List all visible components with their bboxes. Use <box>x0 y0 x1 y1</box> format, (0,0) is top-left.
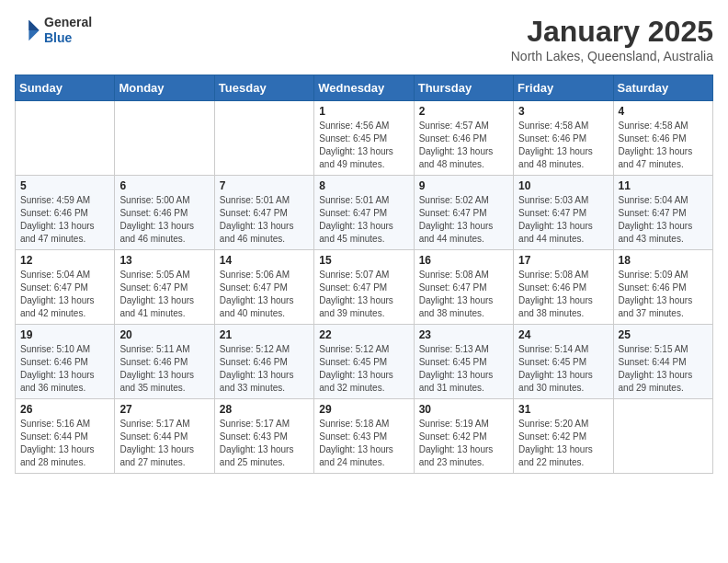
calendar-cell <box>115 101 214 176</box>
day-number: 20 <box>119 328 209 341</box>
day-number: 27 <box>119 403 209 416</box>
day-number: 23 <box>419 328 508 341</box>
page-header: General Blue January 2025 North Lakes, Q… <box>15 15 713 63</box>
day-info: Sunrise: 5:15 AM Sunset: 6:44 PM Dayligh… <box>619 343 708 395</box>
calendar-cell: 25Sunrise: 5:15 AM Sunset: 6:44 PM Dayli… <box>613 325 712 399</box>
title-block: January 2025 North Lakes, Queensland, Au… <box>511 15 713 63</box>
day-info: Sunrise: 5:05 AM Sunset: 6:47 PM Dayligh… <box>119 269 209 320</box>
day-number: 29 <box>319 403 408 416</box>
day-info: Sunrise: 4:57 AM Sunset: 6:46 PM Dayligh… <box>419 120 508 171</box>
calendar-cell: 19Sunrise: 5:10 AM Sunset: 6:46 PM Dayli… <box>16 325 115 399</box>
calendar-cell: 12Sunrise: 5:04 AM Sunset: 6:47 PM Dayli… <box>16 250 115 325</box>
day-number: 9 <box>419 179 508 192</box>
day-number: 30 <box>419 403 508 416</box>
logo-blue-text: Blue <box>44 30 92 46</box>
calendar-cell: 22Sunrise: 5:12 AM Sunset: 6:45 PM Dayli… <box>314 325 414 399</box>
calendar-cell: 10Sunrise: 5:03 AM Sunset: 6:47 PM Dayli… <box>514 176 613 250</box>
day-number: 2 <box>419 105 508 118</box>
day-number: 13 <box>119 254 209 267</box>
day-number: 26 <box>20 403 109 416</box>
logo: General Blue <box>15 15 92 46</box>
day-number: 28 <box>220 403 309 416</box>
day-number: 18 <box>619 254 708 267</box>
day-info: Sunrise: 5:17 AM Sunset: 6:43 PM Dayligh… <box>220 418 309 469</box>
calendar-cell: 30Sunrise: 5:19 AM Sunset: 6:42 PM Dayli… <box>414 399 513 474</box>
day-info: Sunrise: 4:59 AM Sunset: 6:46 PM Dayligh… <box>20 194 109 246</box>
day-number: 31 <box>518 403 608 416</box>
day-info: Sunrise: 5:14 AM Sunset: 6:45 PM Dayligh… <box>518 343 608 395</box>
day-info: Sunrise: 5:10 AM Sunset: 6:46 PM Dayligh… <box>20 343 109 395</box>
day-info: Sunrise: 5:09 AM Sunset: 6:46 PM Dayligh… <box>619 269 708 320</box>
day-number: 17 <box>518 254 608 267</box>
calendar-header-row: SundayMondayTuesdayWednesdayThursdayFrid… <box>16 75 713 101</box>
calendar-cell: 13Sunrise: 5:05 AM Sunset: 6:47 PM Dayli… <box>115 250 214 325</box>
day-info: Sunrise: 5:13 AM Sunset: 6:45 PM Dayligh… <box>419 343 508 395</box>
day-info: Sunrise: 5:16 AM Sunset: 6:44 PM Dayligh… <box>20 418 109 469</box>
day-of-week-header: Saturday <box>613 75 712 101</box>
calendar-cell: 23Sunrise: 5:13 AM Sunset: 6:45 PM Dayli… <box>414 325 513 399</box>
logo-general-text: General <box>44 15 92 30</box>
calendar-cell: 28Sunrise: 5:17 AM Sunset: 6:43 PM Dayli… <box>214 399 313 474</box>
day-number: 16 <box>419 254 508 267</box>
day-info: Sunrise: 5:04 AM Sunset: 6:47 PM Dayligh… <box>20 269 109 320</box>
day-number: 4 <box>619 105 708 118</box>
day-info: Sunrise: 5:02 AM Sunset: 6:47 PM Dayligh… <box>419 194 508 246</box>
day-number: 11 <box>619 179 708 192</box>
calendar-week-row: 1Sunrise: 4:56 AM Sunset: 6:45 PM Daylig… <box>16 101 713 176</box>
calendar-cell: 27Sunrise: 5:17 AM Sunset: 6:44 PM Dayli… <box>115 399 214 474</box>
calendar-cell: 24Sunrise: 5:14 AM Sunset: 6:45 PM Dayli… <box>514 325 613 399</box>
day-number: 22 <box>319 328 408 341</box>
svg-marker-1 <box>28 20 39 30</box>
day-of-week-header: Wednesday <box>314 75 414 101</box>
day-of-week-header: Thursday <box>414 75 513 101</box>
day-info: Sunrise: 5:03 AM Sunset: 6:47 PM Dayligh… <box>518 194 608 246</box>
day-of-week-header: Tuesday <box>214 75 313 101</box>
day-info: Sunrise: 5:04 AM Sunset: 6:47 PM Dayligh… <box>619 194 708 246</box>
calendar-week-row: 26Sunrise: 5:16 AM Sunset: 6:44 PM Dayli… <box>16 399 713 474</box>
calendar-cell <box>214 101 313 176</box>
calendar-week-row: 19Sunrise: 5:10 AM Sunset: 6:46 PM Dayli… <box>16 325 713 399</box>
logo-icon <box>15 17 40 43</box>
month-title: January 2025 <box>511 15 713 49</box>
calendar-cell: 31Sunrise: 5:20 AM Sunset: 6:42 PM Dayli… <box>514 399 613 474</box>
day-info: Sunrise: 5:20 AM Sunset: 6:42 PM Dayligh… <box>518 418 608 469</box>
day-number: 24 <box>518 328 608 341</box>
calendar-cell: 26Sunrise: 5:16 AM Sunset: 6:44 PM Dayli… <box>16 399 115 474</box>
day-info: Sunrise: 5:12 AM Sunset: 6:46 PM Dayligh… <box>220 343 309 395</box>
day-number: 12 <box>20 254 109 267</box>
calendar-cell: 4Sunrise: 4:58 AM Sunset: 6:46 PM Daylig… <box>613 101 712 176</box>
day-info: Sunrise: 5:17 AM Sunset: 6:44 PM Dayligh… <box>119 418 209 469</box>
day-number: 21 <box>220 328 309 341</box>
day-number: 7 <box>220 179 309 192</box>
calendar-cell: 11Sunrise: 5:04 AM Sunset: 6:47 PM Dayli… <box>613 176 712 250</box>
day-info: Sunrise: 5:18 AM Sunset: 6:43 PM Dayligh… <box>319 418 408 469</box>
calendar-cell: 15Sunrise: 5:07 AM Sunset: 6:47 PM Dayli… <box>314 250 414 325</box>
day-info: Sunrise: 4:58 AM Sunset: 6:46 PM Dayligh… <box>619 120 708 171</box>
calendar-cell: 14Sunrise: 5:06 AM Sunset: 6:47 PM Dayli… <box>214 250 313 325</box>
day-info: Sunrise: 5:06 AM Sunset: 6:47 PM Dayligh… <box>220 269 309 320</box>
day-number: 6 <box>119 179 209 192</box>
day-info: Sunrise: 4:58 AM Sunset: 6:46 PM Dayligh… <box>518 120 608 171</box>
calendar-cell <box>613 399 712 474</box>
location-text: North Lakes, Queensland, Australia <box>511 49 713 63</box>
day-of-week-header: Sunday <box>16 75 115 101</box>
day-of-week-header: Friday <box>514 75 613 101</box>
calendar-cell: 29Sunrise: 5:18 AM Sunset: 6:43 PM Dayli… <box>314 399 414 474</box>
calendar-cell: 21Sunrise: 5:12 AM Sunset: 6:46 PM Dayli… <box>214 325 313 399</box>
calendar-cell: 2Sunrise: 4:57 AM Sunset: 6:46 PM Daylig… <box>414 101 513 176</box>
calendar-table: SundayMondayTuesdayWednesdayThursdayFrid… <box>15 75 713 474</box>
day-info: Sunrise: 5:07 AM Sunset: 6:47 PM Dayligh… <box>319 269 408 320</box>
calendar-cell: 5Sunrise: 4:59 AM Sunset: 6:46 PM Daylig… <box>16 176 115 250</box>
calendar-cell: 3Sunrise: 4:58 AM Sunset: 6:46 PM Daylig… <box>514 101 613 176</box>
day-number: 5 <box>20 179 109 192</box>
day-of-week-header: Monday <box>115 75 214 101</box>
day-info: Sunrise: 5:01 AM Sunset: 6:47 PM Dayligh… <box>220 194 309 246</box>
day-number: 3 <box>518 105 608 118</box>
calendar-week-row: 5Sunrise: 4:59 AM Sunset: 6:46 PM Daylig… <box>16 176 713 250</box>
day-number: 19 <box>20 328 109 341</box>
calendar-cell: 1Sunrise: 4:56 AM Sunset: 6:45 PM Daylig… <box>314 101 414 176</box>
calendar-week-row: 12Sunrise: 5:04 AM Sunset: 6:47 PM Dayli… <box>16 250 713 325</box>
calendar-cell: 6Sunrise: 5:00 AM Sunset: 6:46 PM Daylig… <box>115 176 214 250</box>
logo-text: General Blue <box>44 15 92 46</box>
day-number: 10 <box>518 179 608 192</box>
